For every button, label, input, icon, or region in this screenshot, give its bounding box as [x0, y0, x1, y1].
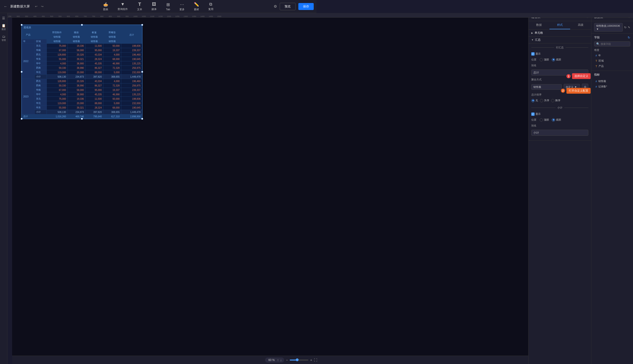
layer-icon: 📋	[2, 24, 6, 28]
toolbar-chart[interactable]: 🥧 图表	[101, 1, 110, 12]
layer-label: 图层	[2, 28, 6, 31]
canvas-area: 透视表 产品 野营附件 睡袋 帐篷 野餐垫 总计 销售额 销售额	[12, 18, 316, 182]
col-header-sleeping: 睡袋	[68, 30, 85, 35]
table-row: 西南 59,330 38,990 86,327 72,328 256,975	[22, 66, 142, 70]
col-header-camping: 野营附件	[47, 30, 68, 35]
table-row: 华北 119,000 20,000 88,000 5,000 232,000	[22, 101, 142, 106]
picnic-col-header: 销售额	[103, 39, 121, 44]
table-row: 2023 西北 128,800 20,326 43,334 4,000 196,…	[22, 79, 142, 84]
top-toolbar: ← 新建数据大屏 ↩ ↪ 🥧 图表 ▼ 查询组件 T 文本 🖼 媒体 ⊞ Tab…	[0, 0, 316, 13]
preview-button[interactable]: 预览	[280, 3, 296, 10]
settings-icon[interactable]: ⚙	[274, 4, 277, 8]
region-col-header: 区域	[35, 39, 47, 44]
toolbar-reuse[interactable]: ⧉ 复用	[206, 1, 215, 12]
reuse-icon: ⧉	[209, 2, 212, 7]
region-huanan: 华南	[35, 48, 47, 52]
region-dongbei-2022: 东北	[35, 44, 47, 48]
toolbar-right: ⚙ 预览 保存	[274, 3, 314, 10]
undo-button[interactable]: ↩	[34, 4, 39, 9]
table-row: 西北 128,800 20,326 43,334 4,000 196,460	[22, 52, 142, 57]
toolbar-center: 🥧 图表 ▼ 查询组件 T 文本 🖼 媒体 ⊞ Tab ⋯ 更多 ✏️ 素材 ⧉	[101, 1, 215, 12]
manage-label: 管理	[2, 39, 6, 42]
table-row: 华东 55,000 39,321 28,324 68,000 190,645	[22, 106, 142, 110]
sleeping-col-header: 销售额	[68, 39, 85, 44]
pivot-table-widget[interactable]: 透视表 产品 野营附件 睡袋 帐篷 野餐垫 总计 销售额 销售额	[22, 25, 142, 119]
col-header-total: 总计	[121, 30, 142, 39]
menu-icon: ☰	[2, 16, 5, 20]
col-header-picnic: 野餐垫	[103, 30, 121, 35]
grand-total-label: 总计	[22, 114, 47, 119]
val: 19,336	[68, 44, 85, 48]
toolbar-text[interactable]: T 文本	[135, 1, 144, 12]
year-2023: 2023	[22, 79, 35, 114]
toolbar-tab[interactable]: ⊞ Tab	[164, 1, 172, 12]
material-icon: ✏️	[194, 2, 199, 7]
val: 93,000	[103, 44, 121, 48]
table-row: 东北 75,000 19,336 11,500 93,000 198,836	[22, 97, 142, 101]
back-button[interactable]: ←	[3, 4, 8, 9]
table-row: 西南 59,330 38,990 86,327 72,328 256,975	[22, 84, 142, 88]
table-row: 华中 4,000 38,900 45,335 46,990 135,225	[22, 92, 142, 97]
sub-header-sleeping-sales: 销售额	[68, 35, 85, 39]
toolbar-media[interactable]: 🖼 媒体	[150, 1, 158, 12]
table-row: 华中 4,000 38,900 45,335 46,990 135,225	[22, 61, 142, 66]
table-row: 华东 55,000 39,321 28,324 68,000 190,645	[22, 57, 142, 61]
col-header-tent: 帐篷	[85, 30, 103, 35]
table-row: 华南 67,000 58,000 95,000 19,337 239,337	[22, 88, 142, 92]
col-header-product: 产品	[22, 30, 35, 39]
total-col-header	[121, 39, 142, 44]
year-col-header: 年	[22, 39, 35, 44]
media-icon: 🖼	[152, 2, 156, 7]
sidebar-item-menu[interactable]: ☰	[1, 15, 7, 22]
table-row: 华北 119,000 20,000 88,000 5,000 232,000	[22, 70, 142, 74]
handle-tr[interactable]	[141, 24, 143, 26]
canvas-inner[interactable]: 透视表 产品 野营附件 睡袋 帐篷 野餐垫 总计 销售额 销售额	[12, 18, 316, 182]
sub-header-tent-sales: 销售额	[85, 35, 103, 39]
reuse-label: 复用	[208, 8, 214, 11]
sub-header-camping-sales: 销售额	[47, 35, 68, 39]
handle-mr[interactable]	[141, 71, 143, 73]
toolbar-query[interactable]: ▼ 查询组件	[116, 1, 130, 12]
left-sidebar: ☰ 📋 图层 🗂 管理	[0, 13, 8, 182]
handle-bm[interactable]	[81, 118, 83, 120]
sidebar-item-layer[interactable]: 📋 图层	[1, 22, 7, 32]
material-label: 素材	[194, 8, 199, 11]
tent-col-header: 销售额	[85, 39, 103, 44]
save-button[interactable]: 保存	[298, 3, 314, 10]
year-2022: 2022	[22, 44, 35, 79]
manage-icon: 🗂	[2, 35, 5, 38]
pivot-table: 产品 野营附件 睡袋 帐篷 野餐垫 总计 销售额 销售额 销售额 销售额	[22, 30, 142, 119]
text-label: 文本	[137, 8, 142, 11]
handle-bl[interactable]	[21, 118, 23, 120]
camping-col-header: 销售额	[47, 39, 68, 44]
page-title: 新建数据大屏	[10, 4, 30, 8]
handle-tl[interactable]	[21, 24, 23, 26]
ruler-horizontal: 250 300 350 400 450 500 550 600 650 700 …	[8, 13, 316, 18]
sidebar-item-manage[interactable]: 🗂 管理	[1, 33, 7, 43]
undo-redo-group: ↩ ↪	[34, 4, 45, 9]
val: 198,836	[121, 44, 142, 48]
val: 75,000	[47, 44, 68, 48]
more-icon: ⋯	[180, 2, 184, 7]
toolbar-material[interactable]: ✏️ 素材	[192, 1, 201, 12]
chart-label: 图表	[103, 8, 108, 11]
subtotal-row-2022: 小计 508,130 234,873 397,820 308,655 1,449…	[22, 74, 142, 79]
redo-button[interactable]: ↪	[40, 4, 45, 9]
handle-br[interactable]	[141, 118, 143, 120]
toolbar-more[interactable]: ⋯ 更多	[177, 1, 186, 12]
col-header-year-region	[35, 30, 47, 39]
sub-header-picnic-sales: 销售额	[103, 35, 121, 39]
query-icon: ▼	[121, 2, 125, 7]
chart-icon: 🥧	[103, 2, 108, 7]
handle-tm[interactable]	[81, 24, 83, 26]
subtotal-row-2023: 小计 508,130 234,873 397,820 308,655 1,449…	[22, 110, 142, 114]
query-label: 查询组件	[118, 8, 128, 11]
tab-label: Tab	[166, 8, 170, 11]
table-row: 2022 东北 75,000 19,336 11,500 93,000 198,…	[22, 44, 142, 48]
text-icon: T	[138, 2, 141, 7]
table-row: 华南 67,000 58,000 95,000 19,337 239,337	[22, 48, 142, 52]
top-bar-left: ← 新建数据大屏 ↩ ↪	[3, 4, 45, 9]
tab-icon: ⊞	[166, 2, 170, 7]
val: 11,500	[85, 44, 103, 48]
handle-ml[interactable]	[21, 71, 23, 73]
